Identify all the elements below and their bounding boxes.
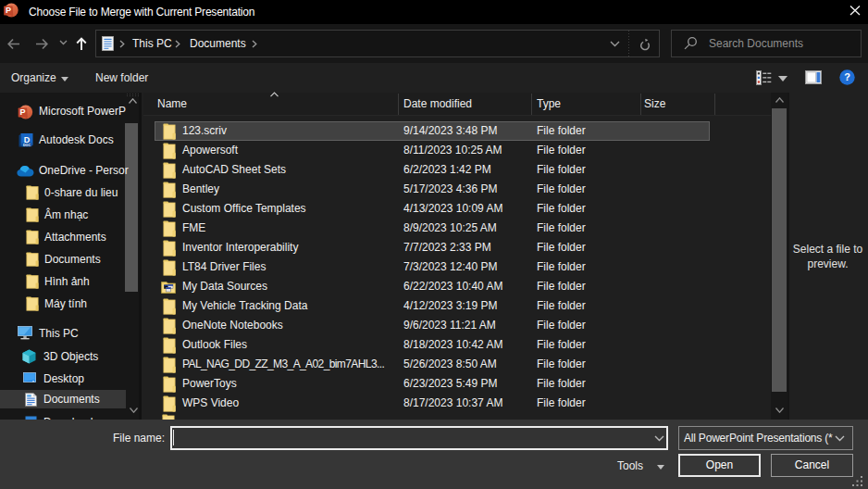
svg-text:P: P [6,6,11,15]
svg-text:P: P [19,107,25,117]
svg-text:?: ? [844,71,850,82]
svg-text:DOC: DOC [23,144,31,147]
